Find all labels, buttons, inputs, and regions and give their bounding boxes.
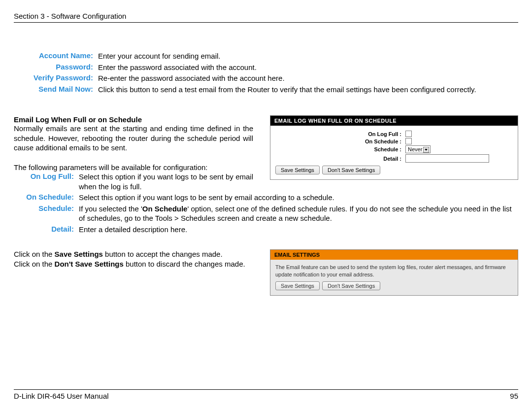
figure-email-log: EMAIL LOG WHEN FULL OR ON SCHEDULE On Lo…: [270, 115, 518, 180]
definitions-params-a: On Log Full: Select this option if you w…: [14, 172, 253, 193]
figure-email-settings: EMAIL SETTINGS The Email feature can be …: [270, 249, 518, 296]
on-log-full-label: On Log Full :: [275, 131, 403, 137]
on-log-full-checkbox[interactable]: [405, 131, 412, 137]
save-settings-button[interactable]: Save Settings: [275, 281, 320, 290]
def-label: Detail:: [14, 225, 76, 236]
def-label: Send Mail Now:: [14, 85, 95, 96]
save-settings-button[interactable]: Save Settings: [275, 166, 320, 174]
figure-text: The Email feature can be used to send th…: [275, 264, 513, 278]
schedule-label: Schedule :: [275, 146, 403, 152]
paragraph: Normally emails are sent at the starting…: [14, 124, 253, 153]
def-value: If you selected the 'On Schedule' option…: [76, 204, 518, 225]
def-label: Password:: [14, 63, 95, 74]
paragraph: Click on the Save Settings button to acc…: [14, 249, 253, 259]
footer-page-number: 95: [510, 392, 518, 400]
section-header: Section 3 - Software Configuration: [14, 12, 518, 23]
definitions-top: Account Name:Enter your account for send…: [14, 51, 518, 96]
schedule-select[interactable]: Never: [405, 145, 431, 153]
def-label: Schedule:: [14, 204, 76, 225]
def-value: Enter your account for sending email.: [95, 51, 518, 63]
def-value: Enter the password associated with the a…: [95, 63, 518, 74]
paragraph: The following parameters will be availab…: [14, 163, 253, 172]
def-label: On Log Full:: [14, 172, 76, 193]
def-value: Enter a detailed description here.: [76, 225, 518, 236]
figure-title: EMAIL LOG WHEN FULL OR ON SCHEDULE: [270, 116, 518, 126]
footer-manual-name: D-Link DIR-645 User Manual: [14, 392, 109, 400]
def-label: Account Name:: [14, 51, 95, 63]
def-value: Click this button to send a test email f…: [95, 85, 518, 96]
definitions-params-b: On Schedule: Select this option if you w…: [14, 193, 518, 236]
dont-save-settings-button[interactable]: Don't Save Settings: [322, 281, 380, 290]
chevron-down-icon: [423, 147, 429, 153]
def-value: Select this option if you want logs to b…: [76, 172, 253, 193]
paragraph: Click on the Don't Save Settings button …: [14, 259, 253, 269]
def-label: On Schedule:: [14, 193, 76, 204]
on-schedule-label: On Schedule :: [275, 138, 403, 144]
def-value: Re-enter the password associated with th…: [95, 73, 518, 85]
dont-save-settings-button[interactable]: Don't Save Settings: [322, 166, 380, 174]
page-footer: D-Link DIR-645 User Manual 95: [14, 389, 518, 400]
detail-label: Detail :: [275, 156, 403, 162]
def-value: Select this option if you want logs to b…: [76, 193, 518, 204]
figure-title: EMAIL SETTINGS: [270, 250, 518, 260]
detail-input[interactable]: [405, 154, 489, 163]
on-schedule-checkbox[interactable]: [405, 138, 412, 144]
def-label: Verify Password:: [14, 73, 95, 85]
